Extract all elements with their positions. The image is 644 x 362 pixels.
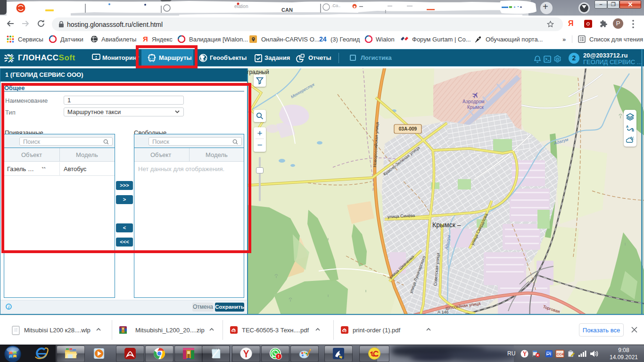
svg-text:03А-009: 03А-009 bbox=[399, 126, 417, 132]
svg-text:CAN: CAN bbox=[281, 7, 293, 13]
svg-text:.Co..: .Co.. bbox=[331, 3, 340, 8]
svg-text:A: A bbox=[626, 125, 628, 128]
svg-text:CC4: CC4 bbox=[557, 352, 564, 356]
svg-text:Крымск –: Крымск – bbox=[432, 221, 461, 229]
svg-text:Крымск: Крымск bbox=[467, 105, 484, 110]
svg-text:elation: elation bbox=[234, 4, 248, 9]
svg-text:!: ! bbox=[278, 354, 279, 359]
svg-text:Аэродром: Аэродром bbox=[462, 99, 485, 104]
